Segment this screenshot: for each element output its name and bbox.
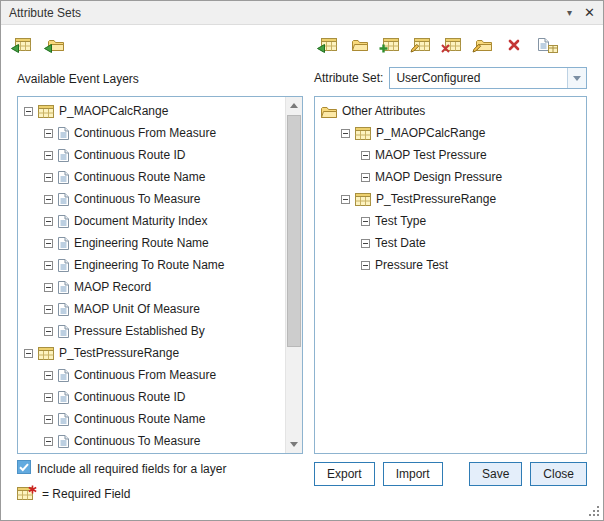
resize-grip[interactable] bbox=[589, 506, 600, 517]
available-event-layers-panel: P_MAOPCalcRangeContinuous From MeasureCo… bbox=[17, 96, 303, 454]
tree-item-p-testpressurerange[interactable]: P_TestPressureRange bbox=[18, 342, 285, 364]
expand-collapse-icon[interactable] bbox=[44, 415, 53, 424]
tree-item-p-maopcalcrange[interactable]: P_MAOPCalcRange bbox=[18, 100, 285, 122]
tree-item-document-maturity-index[interactable]: Document Maturity Index bbox=[18, 210, 285, 232]
tree-item-continuous-to-measure[interactable]: Continuous To Measure bbox=[18, 188, 285, 210]
expand-collapse-icon[interactable] bbox=[44, 305, 53, 314]
tree-item-engineering-to-route-name[interactable]: Engineering To Route Name bbox=[18, 254, 285, 276]
save-button[interactable]: Save bbox=[469, 462, 522, 486]
tree-item-label: Continuous Route Name bbox=[74, 412, 205, 426]
expand-collapse-icon[interactable] bbox=[44, 393, 53, 402]
expand-collapse-icon[interactable] bbox=[44, 151, 53, 160]
close-button[interactable]: Close bbox=[530, 462, 587, 486]
tree-item-continuous-from-measure[interactable]: Continuous From Measure bbox=[18, 364, 285, 386]
tree-item-label: MAOP Unit Of Measure bbox=[74, 302, 200, 316]
available-layers-tree: P_MAOPCalcRangeContinuous From MeasureCo… bbox=[18, 97, 285, 452]
tree-item-pressure-established-by[interactable]: Pressure Established By bbox=[18, 320, 285, 342]
toolbar-left bbox=[13, 37, 66, 54]
tree-item-label: MAOP Test Pressure bbox=[375, 148, 487, 162]
expand-collapse-icon[interactable] bbox=[361, 217, 370, 226]
dock-menu-icon[interactable]: ▾ bbox=[567, 8, 572, 18]
include-required-label: Include all required fields for a layer bbox=[37, 462, 226, 476]
tree-item-test-date[interactable]: Test Date bbox=[315, 232, 586, 254]
tree-item-maop-unit-of-measure[interactable]: MAOP Unit Of Measure bbox=[18, 298, 285, 320]
tree-item-continuous-to-measure[interactable]: Continuous To Measure bbox=[18, 430, 285, 452]
required-field-icon bbox=[17, 486, 35, 501]
expand-collapse-icon[interactable] bbox=[341, 129, 350, 138]
tree-item-maop-record[interactable]: MAOP Record bbox=[18, 276, 285, 298]
import-button[interactable]: Import bbox=[383, 462, 443, 486]
expand-collapse-icon[interactable] bbox=[24, 349, 33, 358]
include-required-checkbox[interactable] bbox=[17, 460, 31, 477]
expand-collapse-icon[interactable] bbox=[341, 195, 350, 204]
delete-icon[interactable] bbox=[505, 37, 525, 54]
new-group-icon[interactable] bbox=[350, 37, 370, 54]
page-icon bbox=[58, 391, 69, 404]
scrollbar-thumb[interactable] bbox=[287, 115, 301, 347]
tree-item-label: P_TestPressureRange bbox=[376, 192, 496, 206]
tree-item-continuous-from-measure[interactable]: Continuous From Measure bbox=[18, 122, 285, 144]
expand-collapse-icon[interactable] bbox=[44, 437, 53, 446]
expand-collapse-icon[interactable] bbox=[44, 217, 53, 226]
page-icon bbox=[58, 369, 69, 382]
tree-item-continuous-route-name[interactable]: Continuous Route Name bbox=[18, 166, 285, 188]
expand-collapse-icon[interactable] bbox=[44, 239, 53, 248]
tree-item-continuous-route-id[interactable]: Continuous Route ID bbox=[18, 144, 285, 166]
tree-item-engineering-route-name[interactable]: Engineering Route Name bbox=[18, 232, 285, 254]
page-icon bbox=[58, 215, 69, 228]
tree-item-continuous-route-id[interactable]: Continuous Route ID bbox=[18, 386, 285, 408]
expand-collapse-icon[interactable] bbox=[44, 129, 53, 138]
tree-item-maop-test-pressure[interactable]: MAOP Test Pressure bbox=[315, 144, 586, 166]
attribute-set-value: UserConfigured bbox=[396, 71, 480, 85]
expand-collapse-icon[interactable] bbox=[361, 261, 370, 270]
vertical-scrollbar[interactable] bbox=[285, 97, 302, 453]
expand-collapse-icon[interactable] bbox=[44, 195, 53, 204]
remove-attribute-set-icon[interactable] bbox=[443, 37, 463, 54]
expand-collapse-icon[interactable] bbox=[44, 283, 53, 292]
rename-attribute-set-icon[interactable] bbox=[474, 37, 494, 54]
attribute-set-tree: Other AttributesP_MAOPCalcRangeMAOP Test… bbox=[315, 97, 586, 276]
attribute-set-label: Attribute Set: bbox=[314, 71, 383, 85]
dropdown-arrow-button[interactable] bbox=[567, 68, 586, 88]
add-attribute-set-icon[interactable] bbox=[381, 37, 401, 54]
properties-icon[interactable] bbox=[536, 37, 556, 54]
page-icon bbox=[58, 149, 69, 162]
expand-collapse-icon[interactable] bbox=[44, 173, 53, 182]
export-button[interactable]: Export bbox=[314, 462, 375, 486]
page-icon bbox=[58, 281, 69, 294]
tree-item-label: Test Date bbox=[375, 236, 426, 250]
expand-collapse-icon[interactable] bbox=[361, 239, 370, 248]
attribute-set-dropdown[interactable]: UserConfigured bbox=[389, 67, 587, 89]
expand-collapse-icon[interactable] bbox=[361, 173, 370, 182]
tree-item-label: Continuous From Measure bbox=[74, 368, 216, 382]
expand-collapse-icon[interactable] bbox=[361, 151, 370, 160]
tree-item-label: P_MAOPCalcRange bbox=[59, 104, 168, 118]
tree-item-continuous-route-name[interactable]: Continuous Route Name bbox=[18, 408, 285, 430]
tree-item-label: MAOP Design Pressure bbox=[375, 170, 502, 184]
expand-collapse-icon[interactable] bbox=[44, 371, 53, 380]
add-all-layers-icon[interactable] bbox=[46, 37, 66, 54]
scrollbar-down-button[interactable] bbox=[286, 436, 302, 453]
page-icon bbox=[58, 303, 69, 316]
tree-item-label: Continuous Route ID bbox=[74, 148, 185, 162]
tree-item-other-attributes[interactable]: Other Attributes bbox=[315, 100, 586, 122]
page-icon bbox=[58, 127, 69, 140]
attribute-set-panel: Other AttributesP_MAOPCalcRangeMAOP Test… bbox=[314, 96, 587, 454]
tree-item-maop-design-pressure[interactable]: MAOP Design Pressure bbox=[315, 166, 586, 188]
chevron-down-icon bbox=[573, 76, 581, 81]
insert-field-icon[interactable] bbox=[319, 37, 339, 54]
tree-item-test-type[interactable]: Test Type bbox=[315, 210, 586, 232]
expand-collapse-icon[interactable] bbox=[24, 107, 33, 116]
tree-item-pressure-test[interactable]: Pressure Test bbox=[315, 254, 586, 276]
tree-item-label: Pressure Established By bbox=[74, 324, 205, 338]
expand-collapse-icon[interactable] bbox=[44, 327, 53, 336]
scrollbar-up-button[interactable] bbox=[286, 97, 302, 114]
include-required-fields-row: Include all required fields for a layer bbox=[17, 460, 226, 477]
tree-item-p-testpressurerange[interactable]: P_TestPressureRange bbox=[315, 188, 586, 210]
edit-attribute-set-icon[interactable] bbox=[412, 37, 432, 54]
page-icon bbox=[58, 237, 69, 250]
close-icon[interactable]: ✕ bbox=[584, 6, 595, 19]
add-event-layer-icon[interactable] bbox=[13, 37, 33, 54]
tree-item-p-maopcalcrange[interactable]: P_MAOPCalcRange bbox=[315, 122, 586, 144]
expand-collapse-icon[interactable] bbox=[44, 261, 53, 270]
